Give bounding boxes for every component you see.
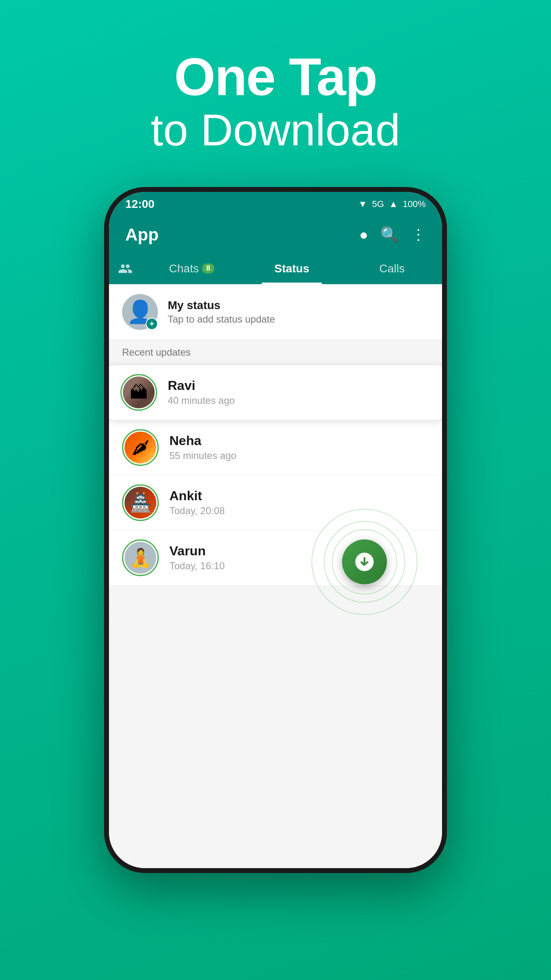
ankit-time: Today, 20:08 xyxy=(169,505,225,517)
wifi-icon: ▼ xyxy=(358,199,367,209)
varun-name: Varun xyxy=(169,543,225,559)
varun-avatar-ring xyxy=(122,539,159,576)
varun-info: Varun Today, 16:10 xyxy=(169,543,225,572)
ankit-avatar xyxy=(124,487,156,519)
ravi-time: 40 minutes ago xyxy=(168,395,235,406)
app-bar-icons: ● 🔍 ⋮ xyxy=(359,226,426,243)
ankit-info: Ankit Today, 20:08 xyxy=(169,488,225,517)
ravi-name: Ravi xyxy=(168,378,235,393)
5g-icon: 5G xyxy=(372,199,384,209)
my-status-subtitle: Tap to add status update xyxy=(168,314,275,325)
chats-badge: 8 xyxy=(202,263,214,274)
status-item-ravi[interactable]: Ravi 40 minutes ago xyxy=(109,365,442,420)
tab-chats[interactable]: Chats 8 xyxy=(142,253,242,284)
tabs-bar: Chats 8 Status Calls xyxy=(109,253,442,284)
download-fab-wrapper xyxy=(311,509,418,615)
signal-icon: ▲ xyxy=(389,199,398,209)
my-status-name: My status xyxy=(168,299,275,312)
camera-icon[interactable]: ● xyxy=(359,226,368,243)
neha-name: Neha xyxy=(169,433,236,448)
download-fab-button[interactable] xyxy=(342,539,387,584)
status-icons: ▼ 5G ▲ 100% xyxy=(358,199,426,209)
neha-avatar xyxy=(124,432,156,463)
app-bar: App ● 🔍 ⋮ xyxy=(109,216,442,253)
phone-frame: 12:00 ▼ 5G ▲ 100% App ● 🔍 ⋮ xyxy=(104,187,447,873)
tab-status[interactable]: Status xyxy=(242,253,342,284)
add-status-badge: + xyxy=(146,318,158,330)
phone-inner: 12:00 ▼ 5G ▲ 100% App ● 🔍 ⋮ xyxy=(109,192,442,868)
battery-icon: 100% xyxy=(403,199,426,209)
hero-subtitle: to Download xyxy=(151,105,400,154)
ravi-avatar xyxy=(123,376,155,408)
neha-info: Neha 55 minutes ago xyxy=(169,433,236,461)
ravi-avatar-ring xyxy=(120,374,157,411)
status-bar: 12:00 ▼ 5G ▲ 100% xyxy=(109,192,442,216)
status-time: 12:00 xyxy=(125,198,155,211)
varun-avatar xyxy=(124,542,156,574)
tab-calls[interactable]: Calls xyxy=(342,253,442,284)
search-icon[interactable]: 🔍 xyxy=(380,226,399,243)
ankit-name: Ankit xyxy=(169,488,225,503)
my-status-text: My status Tap to add status update xyxy=(168,299,275,325)
status-item-neha[interactable]: Neha 55 minutes ago xyxy=(109,420,442,475)
phone-screen: 12:00 ▼ 5G ▲ 100% App ● 🔍 ⋮ xyxy=(109,192,442,868)
tab-calls-label: Calls xyxy=(379,262,404,275)
ankit-avatar-ring xyxy=(122,484,159,521)
app-title: App xyxy=(125,225,159,245)
ravi-info: Ravi 40 minutes ago xyxy=(168,378,235,406)
neha-avatar-ring xyxy=(122,429,159,466)
tab-chats-label: Chats xyxy=(169,262,199,275)
download-icon xyxy=(353,551,375,573)
neha-time: 55 minutes ago xyxy=(169,450,236,461)
tab-status-label: Status xyxy=(274,262,309,275)
my-status-row[interactable]: 👤 + My status Tap to add status update xyxy=(109,284,442,340)
hero-title: One Tap xyxy=(151,49,400,105)
my-status-avatar: 👤 + xyxy=(122,294,158,330)
varun-time: Today, 16:10 xyxy=(169,560,225,572)
community-icon[interactable] xyxy=(109,261,142,276)
recent-updates-label: Recent updates xyxy=(109,340,442,365)
more-icon[interactable]: ⋮ xyxy=(411,226,426,243)
hero-section: One Tap to Download xyxy=(151,49,400,154)
phone-content: 👤 + My status Tap to add status update R… xyxy=(109,284,442,868)
